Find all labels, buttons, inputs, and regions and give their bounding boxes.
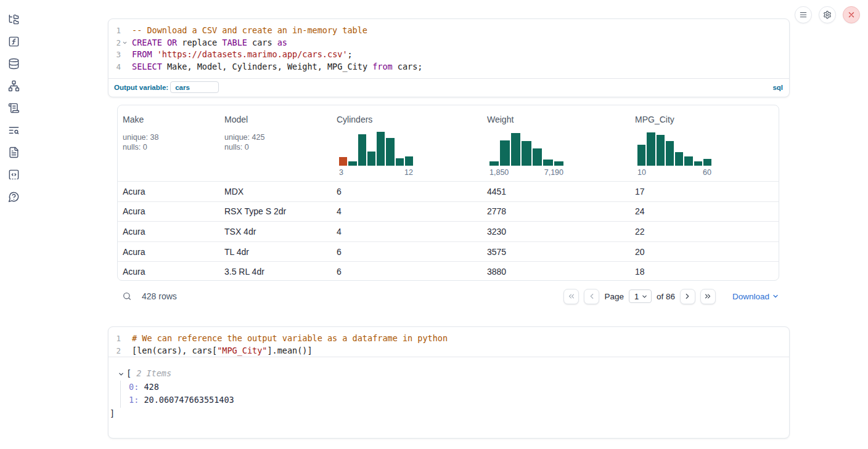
- table-cell: TSX 4dr: [219, 227, 332, 237]
- chevrons-right-icon: [703, 292, 712, 301]
- collapse-chevron-icon[interactable]: [118, 371, 125, 378]
- python-code-editor[interactable]: 1# We can reference the output variable …: [108, 327, 789, 357]
- sidebar-item-database[interactable]: [2, 52, 25, 75]
- histogram-bar: [675, 152, 683, 166]
- table-cell: 3575: [482, 247, 630, 257]
- sql-code-editor[interactable]: 1-- Download a CSV and create an in-memo…: [108, 19, 789, 73]
- column-header-model: Modelunique: 425nulls: 0: [219, 114, 332, 181]
- column-label[interactable]: Cylinders: [337, 114, 482, 126]
- histogram-bar: [694, 161, 702, 166]
- file-text-icon: [8, 147, 20, 158]
- table-cell: Acura: [118, 227, 219, 237]
- close-bracket: ]: [108, 407, 789, 421]
- sidebar-item-file-tree[interactable]: [2, 8, 25, 30]
- table-cell: 6: [332, 187, 482, 196]
- sql-cell-footer: Output variable: cars sql: [108, 78, 789, 96]
- output-variable-input[interactable]: cars: [170, 81, 219, 93]
- code-line[interactable]: 2[len(cars), cars["MPG_City"].mean()]: [108, 345, 789, 357]
- help-question-bubble-icon: [8, 191, 20, 203]
- table-row[interactable]: Acura3.5 RL 4dr6388018: [118, 261, 779, 281]
- axis-min-label: 10: [637, 168, 646, 177]
- histogram-bars[interactable]: [637, 132, 711, 166]
- fold-gutter: [121, 61, 129, 73]
- code-line[interactable]: 3FROM 'https://datasets.marimo.app/cars.…: [108, 49, 789, 61]
- table-row[interactable]: AcuraRSX Type S 2dr4277824: [118, 201, 779, 222]
- sidebar-item-scroll-text[interactable]: [2, 97, 25, 119]
- last-page-button[interactable]: [700, 289, 716, 304]
- sidebar-item-function-square[interactable]: [2, 30, 25, 52]
- line-number: 1: [108, 25, 121, 37]
- tree-indent-guide: [120, 381, 121, 408]
- table-cell: Acura: [118, 206, 219, 216]
- download-button[interactable]: Download: [732, 292, 779, 301]
- gear-icon: [823, 10, 832, 19]
- table-cell: 24: [630, 206, 779, 216]
- histogram-axis-labels: 312: [339, 168, 413, 177]
- database-icon: [8, 58, 20, 70]
- entry-value: 20.060747663551403: [144, 395, 234, 405]
- sidebar-item-snippets-code[interactable]: [2, 163, 25, 185]
- menu-button[interactable]: [795, 6, 812, 23]
- first-page-button[interactable]: [563, 289, 579, 304]
- items-count-label: 2 Items: [136, 367, 171, 381]
- page-total-label: of 86: [657, 292, 675, 301]
- code-line[interactable]: 1# We can reference the output variable …: [108, 333, 789, 345]
- table-row[interactable]: AcuraTSX 4dr4323022: [118, 221, 779, 241]
- output-variable-label: Output variable:: [114, 84, 168, 91]
- sidebar-item-dependency-network[interactable]: [2, 75, 25, 97]
- fold-gutter: [121, 49, 129, 61]
- column-label[interactable]: Make: [123, 114, 219, 126]
- chevrons-left-icon: [567, 292, 576, 301]
- axis-max-label: 60: [703, 168, 711, 177]
- code-line[interactable]: 2CREATE OR replace TABLE cars as: [108, 37, 789, 49]
- table-row[interactable]: AcuraTL 4dr6357520: [118, 241, 779, 262]
- language-badge: sql: [772, 84, 783, 91]
- histogram-bar: [543, 160, 552, 166]
- table-cell: 3230: [482, 227, 630, 237]
- search-icon[interactable]: [122, 291, 132, 301]
- histogram-bar: [348, 161, 356, 166]
- download-label: Download: [732, 292, 769, 301]
- table-header: Makeunique: 38nulls: 0Modelunique: 425nu…: [118, 105, 779, 181]
- column-label[interactable]: Model: [224, 114, 332, 126]
- list-output-viewer: [ 2 Items 0: 4281: 20.060747663551403 ]: [108, 357, 789, 420]
- chevron-down-icon: [641, 293, 648, 300]
- code-line[interactable]: 1-- Download a CSV and create an in-memo…: [108, 25, 789, 37]
- page-label: Page: [604, 292, 624, 301]
- table-footer: 428 rows Page 1 of 86 Download: [117, 285, 779, 308]
- axis-max-label: 12: [404, 168, 413, 177]
- table-cell: RSX Type S 2dr: [219, 206, 332, 216]
- function-square-icon: [8, 36, 20, 47]
- histogram-bar: [657, 135, 665, 166]
- notebook-actions: [795, 6, 860, 23]
- fold-chevron-icon[interactable]: [121, 37, 129, 49]
- histogram-bars[interactable]: [339, 132, 413, 166]
- histogram-bar: [339, 157, 347, 166]
- dependency-network-icon: [8, 80, 20, 92]
- histogram-bar: [511, 133, 520, 166]
- table-cell: 3.5 RL 4dr: [219, 267, 332, 277]
- table-row[interactable]: AcuraMDX6445117: [118, 181, 779, 201]
- column-label[interactable]: Weight: [487, 114, 630, 126]
- sidebar-item-file-text[interactable]: [2, 141, 25, 163]
- sql-cell: 1-- Download a CSV and create an in-memo…: [108, 18, 790, 97]
- histogram-bar: [367, 152, 375, 166]
- histogram-bars[interactable]: [489, 132, 563, 166]
- table-cell: Acura: [118, 247, 219, 257]
- next-page-button[interactable]: [680, 289, 695, 304]
- shutdown-button[interactable]: [843, 6, 860, 23]
- histogram-bar: [522, 141, 531, 166]
- line-number: 2: [108, 345, 121, 357]
- previous-page-button[interactable]: [584, 289, 599, 304]
- column-label[interactable]: MPG_City: [635, 114, 779, 126]
- line-number: 1: [108, 333, 121, 345]
- code-line[interactable]: 4SELECT Make, Model, Cylinders, Weight, …: [108, 61, 789, 73]
- sidebar-item-help-question-bubble[interactable]: [2, 185, 25, 208]
- scroll-text-icon: [8, 102, 20, 114]
- sidebar-item-list-search[interactable]: [2, 119, 25, 141]
- table-cell: 20: [630, 247, 779, 257]
- settings-button[interactable]: [819, 6, 836, 23]
- column-stats: unique: 425nulls: 0: [224, 132, 332, 152]
- axis-min-label: 1,850: [489, 168, 509, 177]
- page-select[interactable]: 1: [629, 289, 652, 303]
